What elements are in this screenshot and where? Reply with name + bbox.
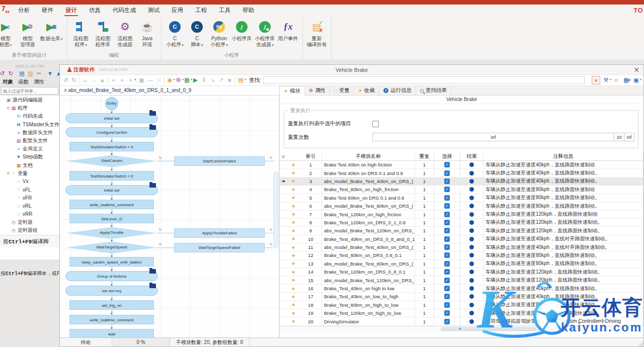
pause-icon[interactable]: Ⅱ <box>200 76 208 84</box>
cell-submodule-name[interactable]: Brake_Test_80km_on_DRS_0.8_0.1 <box>322 251 415 259</box>
close-icon[interactable]: ✕ <box>633 66 639 73</box>
tree-item-变量[interactable]: ⊟∷变量 <box>0 169 59 178</box>
cell-submodule-name[interactable]: Brake_Test_120km_on_DRS_0_1_0.8 <box>322 219 415 226</box>
flow-node-group-of-actions[interactable]: Group of Actions <box>65 271 158 281</box>
run-icon[interactable]: ▶ <box>191 76 200 84</box>
cell-submodule-name[interactable]: abs_model_Brake_Test_120km_on_DRS_ <box>322 227 415 234</box>
cell-submodule-name[interactable]: abs_model_Brake_Test_40km_on_DRS_( <box>322 178 415 185</box>
tree-item-源代码编辑器[interactable]: ▣源代码编辑器 <box>0 96 59 104</box>
repeat-count-input[interactable] <box>372 133 614 141</box>
cell-repeat[interactable]: 1 <box>415 268 434 276</box>
table-row[interactable]: ★18Brake_Test_80km_on_high_to_low1✓车辆从静止… <box>280 301 643 309</box>
paste-icon[interactable]: ▥ <box>26 69 35 78</box>
cell-repeat[interactable]: 1 <box>415 169 434 177</box>
tab-module[interactable]: ★模块 <box>280 86 305 96</box>
flow-node-waittargetspeed[interactable]: WaitTargetSpeed <box>66 241 157 253</box>
table-row[interactable]: ★4Brake_Test_80km_on_high_friction1✓车辆从静… <box>280 186 643 194</box>
flow-node-keep-carsim-speed-until-station[interactable]: keep_carsim_speed_until_station <box>69 257 154 267</box>
table-row[interactable]: ★12Brake_Test_80km_on_DRS_0.8_0.11✓车辆从静止… <box>280 251 643 259</box>
hscroll-thumb[interactable] <box>441 327 536 331</box>
row-checkbox[interactable]: ✓ <box>444 278 450 283</box>
row-checkbox[interactable]: ✓ <box>444 252 450 258</box>
cell-repeat[interactable]: 1 <box>415 186 434 193</box>
register-software[interactable]: 注册软件 2025.12.26.1789 <box>67 66 127 73</box>
tree-item-数据库头文件[interactable]: ≡数据库头文件 <box>0 129 59 137</box>
row-checkbox[interactable]: ✓ <box>444 187 450 192</box>
row-checkbox[interactable]: ✓ <box>444 195 450 201</box>
repeat-count-spinner[interactable]: 10 <box>614 133 624 141</box>
tree-item-vFL[interactable]: ∷vFL <box>0 186 59 194</box>
repeat-count-unit[interactable]: inf <box>624 133 634 141</box>
undo-icon[interactable]: ↺ <box>0 69 7 78</box>
cell-submodule-name[interactable]: Brake_Test_120km_on_high_to_low <box>322 309 415 317</box>
row-checkbox[interactable]: ✓ <box>444 286 450 291</box>
forward-icon[interactable]: → <box>90 76 98 84</box>
collapse-icon[interactable]: ▼ <box>46 69 54 78</box>
table-row[interactable]: ★19Brake_Test_120km_on_high_to_low1✓车辆从静… <box>280 309 643 317</box>
tree-item-vRL[interactable]: ∷vRL <box>0 202 59 210</box>
tree-item-全局定义[interactable]: »全局定义 <box>0 145 59 153</box>
cell-repeat[interactable]: 1 <box>415 260 434 268</box>
flow-node-applythrottle[interactable]: ApplyThrottle <box>66 227 157 239</box>
step-out-icon[interactable]: ↗ <box>217 76 225 84</box>
flow-node-wait[interactable]: wait <box>69 329 154 337</box>
flow-node-applythrottlefailed[interactable]: ApplyThrottleFailed <box>174 228 265 238</box>
table-row[interactable]: ★14Brake_Test_120km_on_DRS_0_8_0.11✓车辆从静… <box>280 268 643 276</box>
left-tab-2[interactable]: 属性 <box>31 78 47 85</box>
tree-item-定时器组[interactable]: ◷定时器组 <box>0 226 59 234</box>
menu-item-9[interactable]: 帮助 <box>236 5 260 16</box>
add-node-icon[interactable]: + <box>109 76 118 84</box>
row-checkbox[interactable]: ✓ <box>444 269 450 275</box>
settings-icon[interactable]: ⚙▾ <box>174 76 183 84</box>
flow-node-set-dut-req[interactable]: set dut req <box>65 286 158 296</box>
flow-node-testsimulatorswitch-0[interactable]: TestSimulatorSwitch = 0 <box>69 171 154 181</box>
row-checkbox[interactable]: ✓ <box>444 261 450 267</box>
ribbon-button-applet-lib-gen[interactable]: ʃ⊕小程序库生成器▾ <box>254 18 277 51</box>
table-row[interactable]: ★2Brake Test 40km on DRS 0.1 and 0.81✓车辆… <box>280 169 643 177</box>
ribbon-button-python[interactable]: PyPython小程序▾ <box>208 18 230 51</box>
row-checkbox[interactable]: ✓ <box>444 244 450 250</box>
flow-node-write-realtime-comment[interactable]: write_realtime_comment <box>69 315 154 324</box>
left-tab-1[interactable]: 函数 <box>16 78 31 85</box>
resize-grip[interactable] <box>637 338 643 346</box>
cell-submodule-name[interactable]: Brake_Test_80km_on_high_to_low <box>322 301 415 309</box>
menu-item-8[interactable]: 工具 <box>213 5 236 16</box>
flowchart-canvas[interactable]: Entryinitial setConfigureCarSimTestSimul… <box>60 96 279 337</box>
tab-findres[interactable]: 查找结果 <box>416 86 451 95</box>
table-row[interactable]: ★10Brake_Test_40km_on_DRS_0_8_and_0_11✓车… <box>280 235 643 243</box>
table-row[interactable]: ★8Brake_Test_120km_on_DRS_0_1_0.81✓车辆从静止… <box>280 219 643 227</box>
row-checkbox[interactable]: ✓ <box>444 228 450 233</box>
remove-icon[interactable]: — <box>146 76 154 84</box>
cell-repeat[interactable]: 1 <box>415 293 434 300</box>
cell-repeat[interactable]: 1 <box>415 161 434 168</box>
up-icon[interactable]: ▲ <box>98 76 107 84</box>
menu-item-3[interactable]: 仿真 <box>83 5 107 16</box>
cell-repeat[interactable]: 1 <box>415 235 434 243</box>
cell-repeat[interactable]: 1 <box>415 301 434 309</box>
ribbon-button-c-applet[interactable]: CC小程序▾ <box>164 18 186 51</box>
menu-item-5[interactable]: 测试 <box>142 5 166 16</box>
table-row[interactable]: ★20DrivingSimulator1✓使用驾驶模拟器驾驶车辆，需要在Cars… <box>280 317 643 325</box>
tab-props[interactable]: ⚙属性 <box>305 86 330 95</box>
table-row[interactable]: ★17Brake_Test_40km_on_low_to_high1✓车辆从静止… <box>280 293 643 301</box>
row-checkbox[interactable]: ✓ <box>444 294 450 299</box>
flow-node-testsimulatorswitch-0[interactable]: TestSimulatorSwitch = 0 <box>69 142 154 151</box>
cell-submodule-name[interactable]: Brake_Test_120km_on_high_friction <box>322 210 415 218</box>
row-checkbox[interactable]: ✓ <box>444 179 450 184</box>
record-icon[interactable]: ◉▾ <box>166 76 174 84</box>
flow-node-startcarsimfailed[interactable]: StartCarSimFailed <box>174 156 265 166</box>
cell-repeat[interactable]: 1 <box>415 219 434 226</box>
ribbon-button-flow-program[interactable]: 流程图程序▾ <box>70 18 92 51</box>
ribbon-button-applet-lib[interactable]: ʃ小程序库 <box>230 18 254 51</box>
cell-repeat[interactable]: 1 <box>415 276 434 284</box>
tree-item-代码生成[interactable]: ↻代码生成 <box>0 112 59 120</box>
redo-icon[interactable]: ↻ <box>70 76 78 84</box>
menu-item-6[interactable]: 应用 <box>166 5 189 16</box>
cell-submodule-name[interactable]: Brake_Test_40km_on high to low <box>322 285 415 292</box>
menu-item-7[interactable]: 工程 <box>189 5 213 16</box>
disconnect-icon[interactable]: ⤫ <box>154 76 163 84</box>
tree-item-vFR[interactable]: ∷vFR <box>0 194 59 202</box>
cell-repeat[interactable]: 1 <box>415 178 434 185</box>
cell-submodule-name[interactable]: Brake_Test_40km_on_DRS_0_8_and_0_1 <box>322 235 415 243</box>
row-checkbox[interactable]: ✓ <box>444 236 450 242</box>
